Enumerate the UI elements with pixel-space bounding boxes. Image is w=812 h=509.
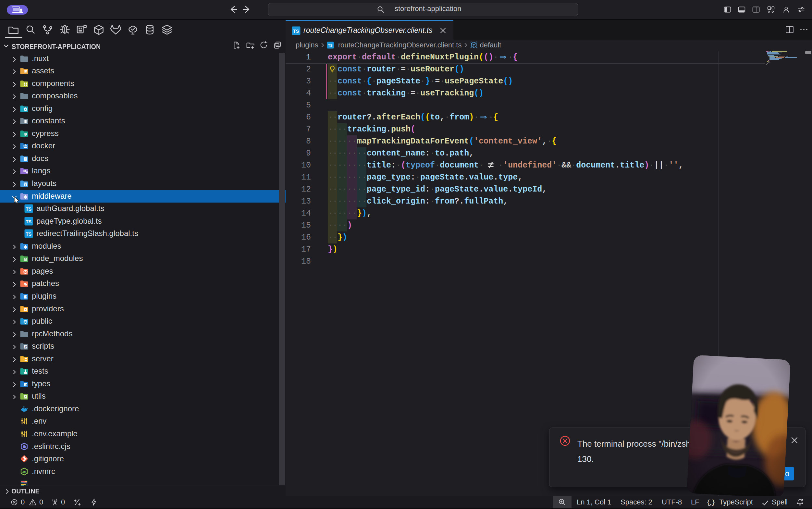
svg-text:TS: TS <box>293 29 299 34</box>
svg-text:TS: TS <box>24 383 28 386</box>
svg-text:JS: JS <box>23 470 26 473</box>
svg-text:}: } <box>711 499 715 506</box>
svg-text:TS: TS <box>26 232 32 237</box>
svg-text:TS: TS <box>26 206 32 212</box>
svg-text:{: { <box>707 499 710 506</box>
svg-text:A: A <box>24 170 26 172</box>
svg-text:JS: JS <box>24 346 28 349</box>
svg-text:TS: TS <box>26 219 32 224</box>
svg-text:TS: TS <box>328 43 332 47</box>
